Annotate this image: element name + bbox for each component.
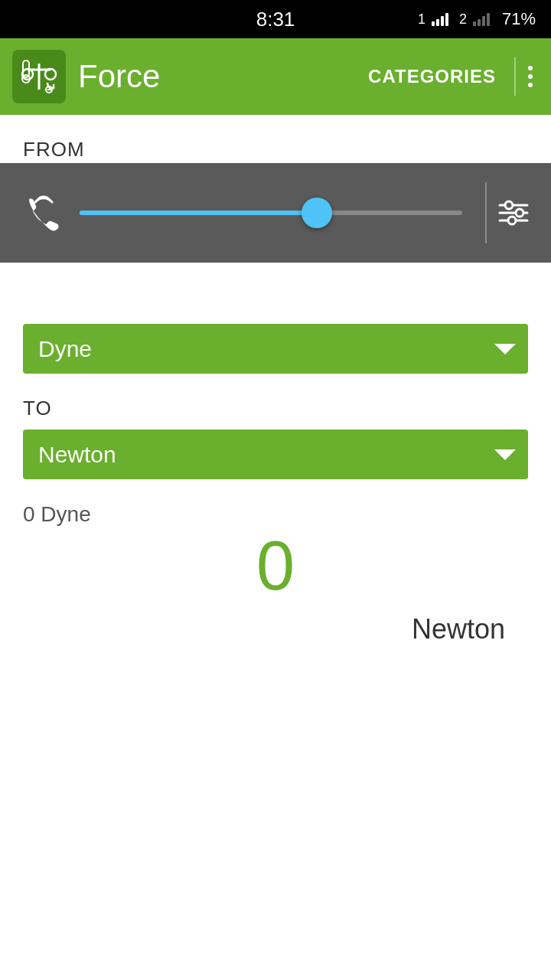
app-title: Force <box>78 58 356 95</box>
signal2-bars <box>473 12 490 26</box>
app-bar: Force CATEGORIES <box>0 38 551 115</box>
svg-point-12 <box>505 201 513 209</box>
slider-fill <box>80 211 317 215</box>
app-icon <box>12 50 66 103</box>
more-options-button[interactable] <box>522 66 539 87</box>
from-unit-text: Dyne <box>38 336 513 362</box>
from-dropdown-arrow <box>494 344 516 354</box>
svg-point-14 <box>508 217 516 224</box>
result-area: 0 Dyne 0 Newton <box>23 502 528 645</box>
to-section: TO Newton <box>23 397 528 479</box>
result-unit-text: Newton <box>23 613 528 645</box>
slider-divider <box>485 182 487 243</box>
more-dot-3 <box>528 83 533 87</box>
phone-icon-svg <box>21 193 61 233</box>
signal1-label: 1 <box>418 11 425 28</box>
adjust-icon[interactable] <box>494 194 533 232</box>
slider-container[interactable] <box>80 211 462 215</box>
signal1-bars <box>432 12 448 26</box>
appbar-divider <box>514 57 516 96</box>
adjust-icon-svg <box>497 196 530 230</box>
from-label: FROM <box>23 138 528 162</box>
notification-overlay <box>0 163 551 263</box>
main-content: FROM <box>0 115 551 645</box>
status-time: 8:31 <box>256 8 295 31</box>
to-label: TO <box>23 397 528 420</box>
call-icon[interactable] <box>18 190 64 236</box>
to-dropdown-arrow <box>494 449 516 460</box>
slider-thumb[interactable] <box>302 198 332 228</box>
status-right: 1 2 71% <box>418 9 536 29</box>
result-value: 0 <box>23 527 528 606</box>
svg-point-13 <box>516 209 523 217</box>
app-icon-svg <box>18 56 60 97</box>
result-from-text: 0 Dyne <box>23 502 91 526</box>
slider-track <box>80 211 462 215</box>
categories-button[interactable]: CATEGORIES <box>356 66 508 87</box>
status-bar: 8:31 1 2 71% <box>0 0 551 38</box>
battery-label: 71% <box>502 9 536 29</box>
input-area <box>23 171 528 224</box>
from-unit-wrapper: Dyne <box>23 324 528 374</box>
from-unit-dropdown[interactable]: Dyne <box>23 324 528 374</box>
more-dot-1 <box>528 66 533 70</box>
more-dot-2 <box>528 74 533 79</box>
signal2-label: 2 <box>459 11 467 28</box>
to-unit-text: Newton <box>38 442 513 468</box>
to-unit-dropdown[interactable]: Newton <box>23 430 528 479</box>
